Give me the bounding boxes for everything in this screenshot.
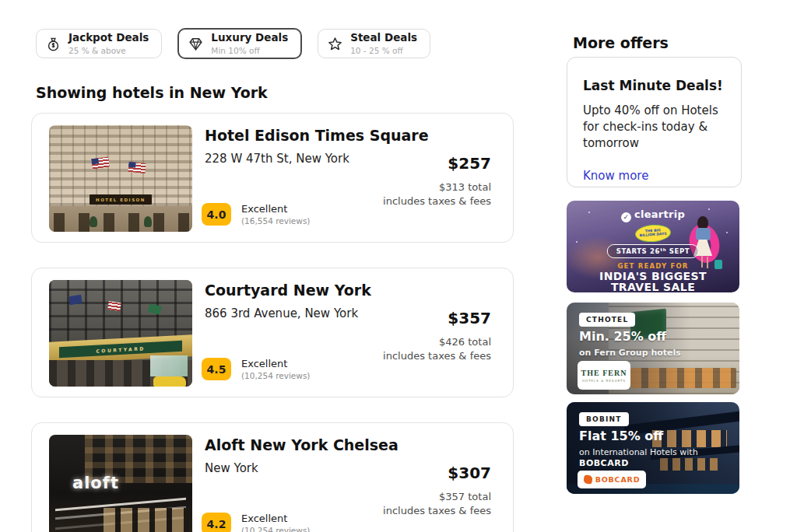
rating-label: Excellent xyxy=(241,513,310,524)
coupon-code-badge: CTHOTEL xyxy=(579,313,635,327)
rating-badge: 4.5 xyxy=(202,358,231,380)
fern-logo-text: THE FERN xyxy=(581,369,627,377)
hotel-taxes-note: includes taxes & fees xyxy=(383,350,491,362)
offer-headline: Min. 25% off xyxy=(579,329,666,344)
rating-text: Excellent (16,554 reviews) xyxy=(241,203,310,226)
taxi-art xyxy=(153,376,186,387)
banner-bobcard-offer[interactable]: BOBINT Flat 15% off on International Hot… xyxy=(567,402,739,494)
us-flag-art xyxy=(128,162,146,173)
chip-steal-deals[interactable]: Steal Deals 10 - 25 % off xyxy=(318,29,430,58)
hotel-sign: HOTEL EDISON xyxy=(90,194,152,205)
results-heading: Showing hotels in New York xyxy=(36,84,268,101)
chip-sublabel: 25 % & above xyxy=(68,46,149,55)
hotel-price: $357 xyxy=(448,309,491,327)
hotel-photo-edison: HOTEL EDISON xyxy=(49,125,192,232)
chip-text: Jackpot Deals 25 % & above xyxy=(68,32,149,55)
chip-luxury-deals[interactable]: Luxury Deals Min 10% off xyxy=(177,28,302,59)
bobcard-logo-text: BOBCARD xyxy=(595,475,641,484)
fern-logo-subtext: HOTELS & RESORTS xyxy=(582,379,626,383)
coupon-code-badge: BOBINT xyxy=(579,412,629,426)
hotel-price-total: $357 total xyxy=(439,491,491,502)
hotel-address: 866 3rd Avenue, New York xyxy=(205,306,358,320)
hotel-card-edison[interactable]: HOTEL EDISON Hotel Edison Times Square 2… xyxy=(31,113,514,243)
cleartrip-logo: ✓cleartrip xyxy=(567,208,739,222)
sale-title-line2: TRAVEL SALE xyxy=(567,281,739,292)
hotel-price-total: $313 total xyxy=(439,181,491,193)
bobcard-logo-mark xyxy=(583,474,592,484)
banner-cleartrip-travel-sale[interactable]: ✓cleartrip THE BIG BILLION DAYS STARTS 2… xyxy=(567,201,739,292)
hotel-price-total: $426 total xyxy=(439,336,491,348)
hotel-price: $257 xyxy=(448,154,491,173)
chip-label: Jackpot Deals xyxy=(68,32,149,44)
rating-label: Excellent xyxy=(241,358,310,369)
chip-sublabel: 10 - 25 % off xyxy=(350,46,417,55)
money-bag-icon xyxy=(45,36,61,52)
know-more-link[interactable]: Know more xyxy=(583,169,648,183)
doors-art xyxy=(49,213,192,232)
offer-subtext: on Fern Group hotels xyxy=(579,348,681,358)
rating-badge: 4.2 xyxy=(202,513,231,532)
rating-text: Excellent (10,254 reviews) xyxy=(241,358,310,380)
offer-subtext-line1: on International Hotels with xyxy=(579,447,698,457)
fern-logo: THE FERN HOTELS & RESORTS xyxy=(578,361,630,390)
sale-start-date-pill: STARTS 26ᵗʰ SEPT xyxy=(607,244,699,258)
rating-row: 4.2 Excellent (10,254 reviews) xyxy=(202,513,310,532)
us-flag-art xyxy=(107,301,121,311)
hotel-card-aloft[interactable]: aloft Aloft New York Chelsea New York $3… xyxy=(31,422,514,532)
hotel-name: Hotel Edison Times Square xyxy=(205,127,429,144)
offer-headline: Flat 15% off xyxy=(579,429,663,443)
rating-row: 4.0 Excellent (16,554 reviews) xyxy=(202,203,310,226)
storefront-art xyxy=(104,508,189,532)
building-facade-art xyxy=(49,280,192,344)
cleartrip-check-icon: ✓ xyxy=(621,212,631,222)
deal-filter-chips: Jackpot Deals 25 % & above Luxury Deals … xyxy=(36,29,430,59)
hotel-list: HOTEL EDISON Hotel Edison Times Square 2… xyxy=(31,113,514,532)
rating-row: 4.5 Excellent (10,254 reviews) xyxy=(202,358,310,380)
banner-fern-hotels-offer[interactable]: CTHOTEL Min. 25% off on Fern Group hotel… xyxy=(567,303,739,394)
hotel-sign-text: HOTEL EDISON xyxy=(96,198,146,202)
star-icon xyxy=(327,36,343,52)
hotel-address: 228 W 47th St, New York xyxy=(205,152,349,166)
rating-badge: 4.0 xyxy=(202,203,231,226)
hotel-sign-text: aloft xyxy=(72,474,119,492)
hotel-sign: aloft xyxy=(72,474,119,492)
chip-label: Luxury Deals xyxy=(211,32,288,44)
bobcard-logo: BOBCARD xyxy=(578,471,646,488)
hotel-results-page: Jackpot Deals 25 % & above Luxury Deals … xyxy=(0,0,797,532)
girl-art xyxy=(696,228,711,240)
hotel-name: Aloft New York Chelsea xyxy=(205,436,398,453)
chip-jackpot-deals[interactable]: Jackpot Deals 25 % & above xyxy=(36,29,162,58)
cleartrip-logo-text: cleartrip xyxy=(634,208,685,220)
review-count: (16,554 reviews) xyxy=(241,216,310,226)
hotel-price: $307 xyxy=(448,464,491,482)
offer-body: Upto 40% off on Hotels for check-ins tod… xyxy=(583,103,725,152)
billboard-art xyxy=(150,355,188,376)
chip-label: Steal Deals xyxy=(350,32,417,44)
offer-subtext-line2: BOBCARD xyxy=(579,458,629,468)
review-count: (10,254 reviews) xyxy=(241,526,310,532)
chip-text: Luxury Deals Min 10% off xyxy=(211,32,288,55)
tree-art xyxy=(144,216,152,227)
chip-sublabel: Min 10% off xyxy=(211,46,288,55)
hotel-address: New York xyxy=(205,461,258,475)
more-offers-heading: More offers xyxy=(573,34,669,51)
hotel-taxes-note: includes taxes & fees xyxy=(383,195,491,207)
hotel-photo-aloft: aloft xyxy=(49,435,192,532)
sale-kicker-text: GET READY FOR xyxy=(567,262,739,270)
stars-art xyxy=(567,201,568,202)
hotel-name: Courtyard New York xyxy=(205,282,371,299)
big-billion-days-badge: THE BIG BILLION DAYS xyxy=(634,223,671,243)
hotel-card-courtyard[interactable]: COURTYARD Courtyard New York 866 3rd Ave… xyxy=(31,268,514,397)
hotel-taxes-note: includes taxes & fees xyxy=(383,505,491,516)
hotel-sign-text: COURTYARD xyxy=(96,345,145,353)
rating-label: Excellent xyxy=(241,203,310,215)
tree-art xyxy=(90,216,97,227)
hotel-photo-courtyard: COURTYARD xyxy=(49,280,192,387)
chip-text: Steal Deals 10 - 25 % off xyxy=(350,32,417,55)
review-count: (10,254 reviews) xyxy=(241,371,310,380)
diamond-icon xyxy=(188,36,204,52)
offer-title: Last Minute Deals! xyxy=(583,78,725,93)
rating-text: Excellent (10,254 reviews) xyxy=(241,513,310,532)
last-minute-deals-card: Last Minute Deals! Upto 40% off on Hotel… xyxy=(567,57,742,187)
